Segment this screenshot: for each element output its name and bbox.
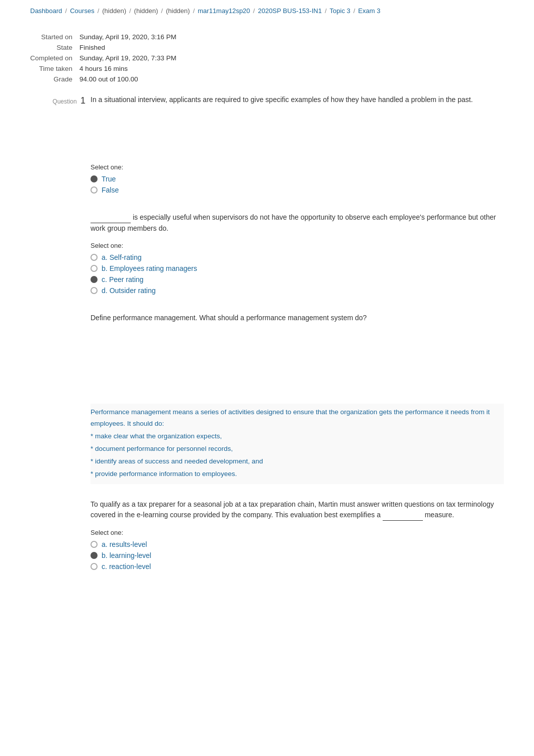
started-on-value: Sunday, April 19, 2020, 3:16 PM: [79, 32, 182, 42]
option-2b[interactable]: b. Employees rating managers: [91, 264, 504, 272]
question-block-4: To qualify as a tax preparer for a seaso…: [30, 499, 504, 574]
option-2b-text: Employees rating managers: [110, 264, 197, 272]
completed-on-value: Sunday, April 19, 2020, 7:33 PM: [79, 53, 182, 63]
questions-section: Question 1 In a situational interview, a…: [30, 94, 504, 574]
feedback-line-3: * identify areas of success and needed d…: [91, 456, 504, 467]
feedback-line-0: Performance management means a series of…: [91, 407, 504, 430]
option-2c[interactable]: c. Peer rating: [91, 275, 504, 284]
question-body-1: In a situational interview, applicants a…: [91, 94, 504, 197]
grade-value: 94.00 out of 100.00: [79, 74, 182, 84]
breadcrumb-dashboard[interactable]: Dashboard: [30, 7, 62, 15]
select-one-label-2: Select one:: [91, 242, 504, 249]
radio-4a[interactable]: [91, 541, 98, 548]
option-2a[interactable]: a. Self-rating: [91, 253, 504, 261]
answer-feedback-3: Performance management means a series of…: [91, 404, 504, 484]
radio-true[interactable]: [91, 175, 98, 182]
option-1-true[interactable]: True: [91, 175, 504, 183]
breadcrumb-sep-7: /: [325, 7, 327, 15]
question-label-4: [30, 499, 91, 574]
breadcrumb-hidden-1: (hidden): [102, 7, 126, 15]
question-body-3: Define performance management. What shou…: [91, 313, 504, 484]
radio-2b[interactable]: [91, 265, 98, 272]
breadcrumb-sep-3: /: [129, 7, 131, 15]
question-label-2: [30, 212, 91, 298]
breadcrumb-sep-4: /: [161, 7, 163, 15]
question-text-2: is especially useful when supervisors do…: [91, 212, 504, 234]
radio-2a[interactable]: [91, 254, 98, 261]
option-2b-letter: b.: [102, 264, 108, 272]
radio-2c[interactable]: [91, 276, 98, 283]
question-body-4: To qualify as a tax preparer for a seaso…: [91, 499, 504, 574]
question-text-3: Define performance management. What shou…: [91, 313, 504, 323]
radio-2d[interactable]: [91, 287, 98, 294]
select-one-label-4: Select one:: [91, 529, 504, 536]
breadcrumb-topic[interactable]: Topic 3: [330, 7, 350, 15]
breadcrumb: Dashboard / Courses / (hidden) / (hidden…: [0, 0, 534, 22]
question-block-3: Define performance management. What shou…: [30, 313, 504, 484]
breadcrumb-sep-5: /: [193, 7, 195, 15]
option-4a[interactable]: a. results-level: [91, 540, 504, 548]
option-4a-text: results-level: [110, 540, 147, 548]
option-4c-text: reaction-level: [109, 562, 151, 571]
question-text-after-blank-2: is especially useful when supervisors do…: [91, 213, 496, 232]
breadcrumb-courses[interactable]: Courses: [70, 7, 94, 15]
question-block-1: Question 1 In a situational interview, a…: [30, 94, 504, 197]
completed-on-label: Completed on: [30, 53, 79, 63]
option-2a-text: Self-rating: [110, 253, 142, 261]
breadcrumb-sep-1: /: [65, 7, 67, 15]
option-4b-letter: b.: [102, 551, 108, 559]
blank-2: [91, 212, 131, 223]
select-one-label-1: Select one:: [91, 163, 504, 171]
breadcrumb-sep-8: /: [353, 7, 355, 15]
question-text-4: To qualify as a tax preparer for a seaso…: [91, 499, 504, 521]
option-2c-letter: c.: [102, 275, 107, 284]
question-text-1: In a situational interview, applicants a…: [91, 94, 504, 105]
option-2d-letter: d.: [102, 287, 108, 295]
option-4c[interactable]: c. reaction-level: [91, 562, 504, 571]
option-2c-text: Peer rating: [109, 275, 143, 284]
option-false-text: False: [102, 186, 119, 194]
question-label-3: [30, 313, 91, 484]
question-block-2: is especially useful when supervisors do…: [30, 212, 504, 298]
exam-info-table: Started on Sunday, April 19, 2020, 3:16 …: [30, 32, 182, 84]
main-content: Started on Sunday, April 19, 2020, 3:16 …: [0, 22, 534, 609]
option-4b[interactable]: b. learning-level: [91, 551, 504, 559]
time-taken-value: 4 hours 16 mins: [79, 63, 182, 74]
state-label: State: [30, 42, 79, 53]
question-spacer-1: [91, 113, 504, 163]
breadcrumb-hidden-2: (hidden): [134, 7, 158, 15]
option-2d[interactable]: d. Outsider rating: [91, 287, 504, 295]
breadcrumb-course-code[interactable]: mar11may12sp20: [198, 7, 250, 15]
option-4b-text: learning-level: [110, 551, 151, 559]
essay-spacer: [91, 331, 504, 397]
feedback-line-2: * document performance for personnel rec…: [91, 443, 504, 455]
grade-label: Grade: [30, 74, 79, 84]
feedback-line-4: * provide performance information to emp…: [91, 468, 504, 480]
state-value: Finished: [79, 42, 182, 53]
breadcrumb-sep-6: /: [253, 7, 255, 15]
option-true-text: True: [102, 175, 116, 183]
feedback-line-1: * make clear what the organization expec…: [91, 431, 504, 442]
started-on-label: Started on: [30, 32, 79, 42]
option-4c-letter: c.: [102, 562, 107, 571]
radio-false[interactable]: [91, 186, 98, 194]
blank-4: [383, 510, 423, 521]
breadcrumb-course-name[interactable]: 2020SP BUS-153-IN1: [258, 7, 322, 15]
option-1-false[interactable]: False: [91, 186, 504, 194]
breadcrumb-hidden-3: (hidden): [166, 7, 190, 15]
question-body-2: is especially useful when supervisors do…: [91, 212, 504, 298]
question-label-1: Question 1: [30, 94, 91, 197]
breadcrumb-sep-2: /: [98, 7, 100, 15]
breadcrumb-exam[interactable]: Exam 3: [358, 7, 380, 15]
option-2a-letter: a.: [102, 253, 108, 261]
radio-4b[interactable]: [91, 552, 98, 559]
option-2d-text: Outsider rating: [110, 287, 156, 295]
time-taken-label: Time taken: [30, 63, 79, 74]
question-text-after-blank-4: measure.: [425, 511, 454, 519]
radio-4c[interactable]: [91, 563, 98, 570]
option-4a-letter: a.: [102, 540, 108, 548]
feedback-text-3: Performance management means a series of…: [91, 407, 504, 480]
